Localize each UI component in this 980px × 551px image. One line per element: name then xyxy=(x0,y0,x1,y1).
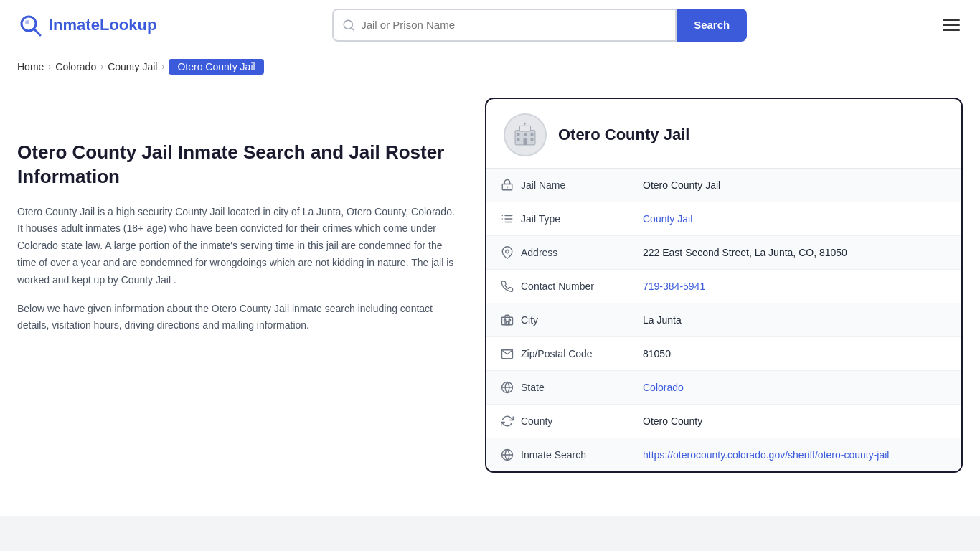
table-row: CountyOtero County xyxy=(486,405,961,438)
svg-point-2 xyxy=(25,20,29,24)
breadcrumb-colorado[interactable]: Colorado xyxy=(55,61,96,72)
svg-point-23 xyxy=(506,250,509,253)
breadcrumb: Home › Colorado › County Jail › Otero Co… xyxy=(0,50,980,83)
svg-rect-7 xyxy=(523,138,527,145)
row-value[interactable]: 719-384-5941 xyxy=(643,281,705,292)
row-value: 81050 xyxy=(643,348,671,359)
svg-rect-11 xyxy=(517,138,520,141)
breadcrumb-sep-3: › xyxy=(161,62,164,72)
logo-icon xyxy=(17,12,43,38)
svg-rect-24 xyxy=(502,317,513,325)
row-label: Jail Name xyxy=(521,179,643,191)
info-card: Otero County Jail Jail NameOtero County … xyxy=(485,98,963,473)
footer xyxy=(0,516,980,551)
row-value: La Junta xyxy=(643,314,682,326)
row-value: Otero County Jail xyxy=(643,179,720,191)
county-icon xyxy=(501,415,521,428)
row-link[interactable]: Colorado xyxy=(643,382,684,393)
hamburger-menu[interactable] xyxy=(940,17,963,34)
globe-icon xyxy=(501,381,521,394)
row-label: Address xyxy=(521,247,643,258)
row-value[interactable]: County Jail xyxy=(643,213,692,225)
card-header: Otero County Jail xyxy=(486,99,961,169)
search-area: Search xyxy=(332,9,747,42)
table-row: Address222 East Second Street, La Junta,… xyxy=(486,236,961,270)
svg-rect-10 xyxy=(531,133,534,136)
card-title: Otero County Jail xyxy=(558,126,689,144)
location-icon xyxy=(501,246,521,259)
page-description-2: Below we have given information about th… xyxy=(17,301,462,335)
logo-link[interactable]: InmateLookup xyxy=(17,12,156,38)
row-value[interactable]: Colorado xyxy=(643,382,684,393)
page-description-1: Otero County Jail is a high security Cou… xyxy=(17,204,462,289)
svg-rect-12 xyxy=(531,138,534,141)
main-content: Otero County Jail Inmate Search and Jail… xyxy=(0,83,980,487)
svg-rect-6 xyxy=(519,126,530,131)
left-column: Otero County Jail Inmate Search and Jail… xyxy=(17,98,462,473)
table-row: Jail NameOtero County Jail xyxy=(486,169,961,202)
table-row: Contact Number719-384-5941 xyxy=(486,270,961,303)
table-row: StateColorado xyxy=(486,371,961,405)
breadcrumb-sep-2: › xyxy=(100,62,103,72)
row-label: Jail Type xyxy=(521,213,643,225)
row-label: City xyxy=(521,314,643,326)
table-row: Inmate Searchhttps://oterocounty.colorad… xyxy=(486,438,961,471)
row-link[interactable]: 719-384-5941 xyxy=(643,281,705,292)
breadcrumb-active: Otero County Jail xyxy=(169,59,263,75)
row-label: County xyxy=(521,415,643,427)
row-label: Contact Number xyxy=(521,281,643,292)
table-row: Jail TypeCounty Jail xyxy=(486,202,961,236)
info-table: Jail NameOtero County JailJail TypeCount… xyxy=(486,169,961,471)
row-value: 222 East Second Street, La Junta, CO, 81… xyxy=(643,247,847,258)
search-button[interactable]: Search xyxy=(677,9,747,42)
page-title: Otero County Jail Inmate Search and Jail… xyxy=(17,141,462,189)
row-link[interactable]: County Jail xyxy=(643,213,692,225)
row-value[interactable]: https://oterocounty.colorado.gov/sheriff… xyxy=(643,449,889,461)
svg-line-1 xyxy=(34,29,40,35)
svg-marker-14 xyxy=(524,122,527,124)
row-label: State xyxy=(521,382,643,393)
svg-rect-27 xyxy=(507,321,509,325)
table-row: CityLa Junta xyxy=(486,303,961,337)
breadcrumb-sep-1: › xyxy=(48,62,51,72)
logo-text: InmateLookup xyxy=(49,16,156,34)
list-icon xyxy=(501,212,521,225)
phone-icon xyxy=(501,280,521,293)
city-icon xyxy=(501,314,521,326)
breadcrumb-home[interactable]: Home xyxy=(17,61,44,72)
table-row: Zip/Postal Code81050 xyxy=(486,337,961,371)
search-input[interactable] xyxy=(361,19,666,31)
svg-rect-9 xyxy=(524,133,527,136)
jail-icon xyxy=(501,179,521,192)
card-avatar xyxy=(504,113,547,156)
row-value: Otero County xyxy=(643,415,702,427)
svg-rect-8 xyxy=(517,133,520,136)
svg-line-4 xyxy=(352,27,354,29)
header: InmateLookup Search xyxy=(0,0,980,50)
search-wrapper xyxy=(332,9,677,42)
search-globe-icon xyxy=(501,448,521,461)
breadcrumb-county-jail[interactable]: County Jail xyxy=(108,61,157,72)
row-link[interactable]: https://oterocounty.colorado.gov/sheriff… xyxy=(643,449,889,461)
row-label: Inmate Search xyxy=(521,449,643,461)
search-icon xyxy=(342,19,355,32)
row-label: Zip/Postal Code xyxy=(521,348,643,359)
mail-icon xyxy=(501,347,521,360)
building-avatar-icon xyxy=(512,121,539,149)
right-column: Otero County Jail Jail NameOtero County … xyxy=(485,98,963,473)
